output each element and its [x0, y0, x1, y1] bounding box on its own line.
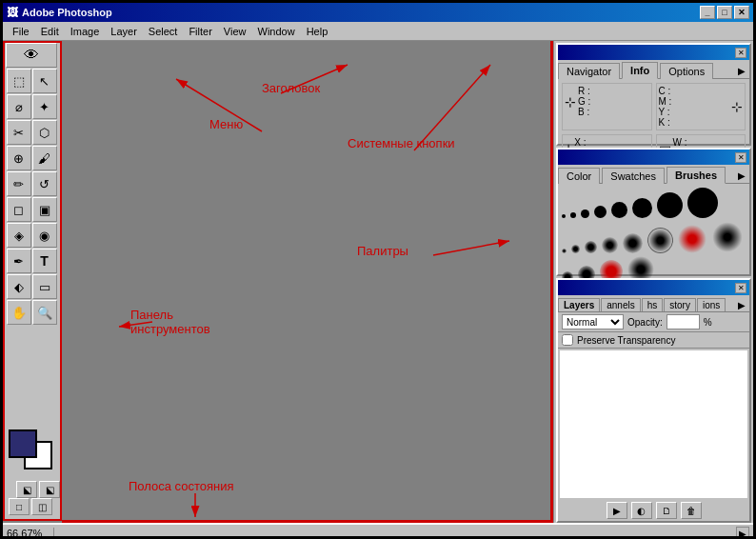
screen-mode-button-2[interactable]: ⬕	[39, 481, 60, 498]
delete-layer-button[interactable]: 🗑	[681, 502, 702, 519]
tool-row-top: 👁	[6, 43, 57, 68]
shape-tool[interactable]: ▭	[32, 274, 57, 299]
brush-4[interactable]	[562, 214, 566, 218]
foreground-color[interactable]	[9, 429, 37, 458]
tool-options[interactable]: 👁	[6, 43, 57, 68]
brush-13[interactable]	[594, 206, 607, 218]
preserve-transparency-checkbox[interactable]	[562, 334, 573, 346]
soft-brush-27[interactable]	[647, 228, 673, 253]
lasso-tool[interactable]: ⌀	[7, 94, 31, 119]
menu-file[interactable]: File	[7, 24, 35, 39]
panel-menu-arrow[interactable]: ▶	[734, 64, 749, 78]
r-row: R :	[578, 86, 590, 96]
tab-hs[interactable]: hs	[642, 298, 664, 311]
menu-filter[interactable]: Filter	[183, 24, 217, 39]
soft-brush-13[interactable]	[585, 241, 597, 253]
brush-21[interactable]	[632, 198, 652, 218]
maximize-button[interactable]: □	[717, 6, 732, 19]
soft-brush-21[interactable]	[623, 233, 643, 253]
annotation-toolbar: Панель инструментов	[130, 308, 210, 336]
menu-view[interactable]: View	[218, 24, 252, 39]
tab-navigator[interactable]: Navigator	[558, 63, 620, 79]
tool-row-2: ⌀ ✦	[7, 94, 57, 119]
menu-edit[interactable]: Edit	[35, 24, 65, 39]
tab-swatches[interactable]: Swatches	[602, 168, 665, 184]
tab-options[interactable]: Options	[660, 63, 713, 79]
eyedropper-icon-1: ⊹	[565, 94, 576, 110]
menu-window[interactable]: Window	[252, 24, 301, 39]
move-tool[interactable]: ↖	[32, 69, 57, 93]
nav-info-panel: ✕ Navigator Info Options ▶ ⊹	[556, 43, 751, 146]
new-layer-button[interactable]: 🗋	[656, 502, 677, 519]
magic-wand-tool[interactable]: ✦	[32, 94, 57, 119]
tab-brushes[interactable]: Brushes	[666, 167, 726, 184]
gradient-tool[interactable]: ▣	[32, 197, 57, 222]
brush-row-2	[562, 221, 746, 253]
toolbar: 👁 ⬚ ↖ ⌀ ✦ ✂ ⬡ ⊕ 🖌 ✏ ↺	[3, 41, 62, 523]
new-fill-layer-button[interactable]: ◐	[631, 502, 652, 519]
tool-row-10: ✋ 🔍	[7, 300, 57, 325]
opacity-input[interactable]	[666, 314, 700, 329]
soft-brush-9[interactable]	[571, 245, 580, 253]
layers-content	[560, 350, 747, 498]
brushes-panel-menu-arrow[interactable]: ▶	[734, 169, 749, 183]
standard-mode-button[interactable]: □	[9, 498, 30, 515]
close-button[interactable]: ✕	[734, 6, 749, 19]
eraser-tool[interactable]: ◻	[7, 197, 31, 222]
path-selection-tool[interactable]: ⬖	[7, 274, 31, 299]
tab-color[interactable]: Color	[558, 168, 600, 184]
tool-row-9: ⬖ ▭	[7, 274, 57, 299]
brush-27[interactable]	[657, 192, 683, 218]
annotation-palettes: Палитры	[357, 244, 408, 258]
quick-mask-button[interactable]: ◫	[31, 498, 52, 515]
tab-channels[interactable]: annels	[601, 298, 640, 311]
tool-row-4: ⊕ 🖌	[7, 146, 57, 170]
brush-6[interactable]	[570, 212, 576, 218]
screen-mode-button[interactable]: ⬕	[16, 481, 37, 498]
marquee-tool[interactable]: ⬚	[7, 69, 31, 93]
brushes-panel-close[interactable]: ✕	[735, 152, 746, 163]
menu-image[interactable]: Image	[65, 24, 106, 39]
layers-panel-close[interactable]: ✕	[735, 283, 746, 293]
menu-bar: File Edit Image Layer Select Filter View…	[3, 22, 753, 41]
pen-tool[interactable]: ✒	[7, 249, 31, 273]
svg-line-0	[281, 65, 348, 93]
nav-panel-close[interactable]: ✕	[735, 48, 746, 58]
menu-help[interactable]: Help	[301, 24, 334, 39]
brush-9[interactable]	[581, 210, 589, 218]
window-controls[interactable]: _ □ ✕	[700, 6, 749, 19]
tab-history[interactable]: story	[664, 298, 696, 311]
blur-tool[interactable]: ◈	[7, 223, 31, 248]
zoom-tool[interactable]: 🔍	[32, 300, 57, 325]
blend-mode-select[interactable]: Normal	[562, 314, 624, 329]
crop-tool[interactable]: ✂	[7, 120, 31, 145]
right-border-line	[550, 41, 553, 523]
tab-info[interactable]: Info	[622, 62, 658, 79]
opacity-unit: %	[704, 317, 712, 328]
dodge-tool[interactable]: ◉	[32, 223, 57, 248]
menu-layer[interactable]: Layer	[105, 24, 143, 39]
soft-brush-35[interactable]	[678, 225, 706, 253]
brush-tool[interactable]: 🖌	[32, 146, 57, 170]
tab-layers[interactable]: Layers	[558, 298, 600, 311]
minimize-button[interactable]: _	[700, 6, 715, 19]
type-tool[interactable]: T	[32, 249, 57, 273]
history-brush-tool[interactable]: ↺	[32, 171, 57, 196]
brush-35[interactable]	[687, 188, 718, 218]
tab-actions[interactable]: ions	[697, 298, 726, 311]
new-set-button[interactable]: ▶	[607, 502, 627, 519]
hand-tool[interactable]: ✋	[7, 300, 31, 325]
brush-17[interactable]	[611, 202, 627, 218]
soft-brush-17[interactable]	[602, 237, 618, 253]
mode-buttons: □ ◫	[9, 498, 52, 515]
soft-brush-5[interactable]	[562, 249, 567, 253]
color-swatches	[9, 429, 56, 473]
menu-select[interactable]: Select	[143, 24, 184, 39]
layers-menu-arrow[interactable]: ▶	[734, 299, 749, 311]
clone-tool[interactable]: ✏	[7, 171, 31, 196]
healing-tool[interactable]: ⊕	[7, 146, 31, 170]
slice-tool[interactable]: ⬡	[32, 120, 57, 145]
status-arrow-button[interactable]: ▶	[736, 527, 749, 539]
canvas-area: Заголовок Меню Системные кнопки Палитры …	[62, 41, 553, 523]
soft-brush-45[interactable]	[711, 221, 744, 253]
